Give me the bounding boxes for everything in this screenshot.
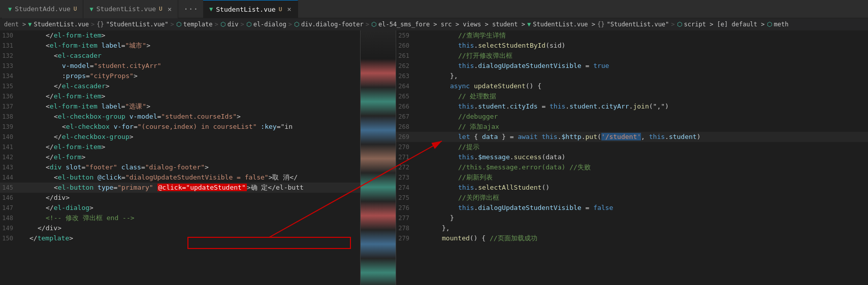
bc-sep6: >	[366, 21, 369, 28]
code-line-140: 140 </el-checkbox-group>	[0, 132, 360, 142]
code-line-149: 149 </div>	[0, 223, 360, 233]
code-line-143: 143 <div slot="footer" class="dialog-foo…	[0, 162, 360, 172]
code-line-267: 267 //debugger	[396, 112, 868, 122]
tab-student-list-2-close[interactable]: ×	[287, 5, 291, 13]
code-line-270: 270 //提示	[396, 142, 868, 152]
tab-student-list-1[interactable]: ▼ StudentList.vue U ×	[83, 0, 178, 18]
minimap[interactable]	[361, 30, 396, 285]
bc-studentlist-str: "StudentList.vue"	[106, 21, 169, 28]
bc-sep1: >	[91, 21, 94, 28]
code-line-278: 278 },	[396, 223, 868, 233]
code-line-274: 274 this.selectAllStudent()	[396, 183, 868, 193]
code-line-142: 142 </el-form>	[0, 152, 360, 162]
bc-studentlist2: StudentList.vue >	[533, 21, 595, 28]
tab-student-list-1-modified: U	[159, 6, 163, 12]
code-line-271: 271 this.$message.success(data)	[396, 152, 868, 162]
code-line-261: 261 //打开修改弹出框	[396, 51, 868, 61]
code-line-263: 263 },	[396, 71, 868, 81]
code-line-133: 133 v-model="student.cityArr"	[0, 61, 360, 71]
code-line-266: 266 this.student.cityIds = this.student.…	[396, 101, 868, 112]
code-line-268: 268 // 添加ajax	[396, 122, 868, 132]
bc-div-icon: ⬡	[220, 21, 226, 28]
tab-student-list-1-label: StudentList.vue	[97, 5, 156, 13]
left-editor-panel: 130 </el-form-item> 131 <el-form-item la…	[0, 30, 361, 285]
vue-icon-3: ▼	[209, 6, 213, 13]
bc-sep5: >	[288, 21, 292, 28]
editor-wrapper: 130 </el-form-item> 131 <el-form-item la…	[0, 30, 868, 285]
code-line-146: 146 </div>	[0, 193, 360, 203]
bc-sep7: >	[671, 21, 674, 28]
code-line-132: 132 <el-cascader	[0, 51, 360, 61]
code-line-259: 259 //查询学生详情	[396, 30, 868, 41]
bc-el54-icon: ⬡	[371, 21, 376, 28]
code-line-276: 276 this.dialogUpdateStudentVisible = fa…	[396, 203, 868, 213]
code-line-139: 139 <el-checkbox v-for="(course,index) i…	[0, 122, 360, 132]
bc-braces2: {}	[597, 21, 604, 28]
tab-student-add-modified: U	[74, 6, 77, 12]
code-line-262: 262 this.dialogUpdateStudentVisible = tr…	[396, 61, 868, 71]
code-line-134: 134 :props="cityProps">	[0, 71, 360, 81]
bc-braces: {}	[97, 21, 104, 28]
breadcrumb: dent > ▼ StudentList.vue > {} "StudentLi…	[0, 18, 868, 30]
code-line-272: 272 //this.$message.error(data) //失败	[396, 162, 868, 172]
bc-vue-icon2: ▼	[527, 21, 531, 28]
bc-sep2: >	[170, 21, 174, 28]
bc-sep3: >	[215, 21, 218, 28]
bc-template: ⬡	[176, 21, 181, 28]
right-editor-panel: 259 //查询学生详情 260 this.selectStudentById(…	[396, 30, 868, 285]
tab-student-list-2-modified: U	[279, 6, 282, 13]
code-line-265: 265 // 处理数据	[396, 91, 868, 101]
right-code-editor[interactable]: 259 //查询学生详情 260 this.selectStudentById(…	[396, 30, 868, 285]
bc-dialog-footer: div.dialog-footer	[301, 21, 364, 28]
vue-icon-2: ▼	[89, 6, 93, 13]
code-line-273: 273 //刷新列表	[396, 172, 868, 183]
bc-template-text: template	[183, 21, 213, 28]
code-line-264: 264 async updateStudent() {	[396, 81, 868, 91]
code-line-148: 148 <!-- 修改 弹出框 end -->	[0, 213, 360, 223]
bc-meth: meth	[774, 21, 789, 28]
bc-sep4: >	[240, 21, 244, 28]
code-line-141: 141 </el-form-item>	[0, 142, 360, 152]
bc-dialog-footer-icon: ⬡	[294, 21, 299, 28]
code-line-130: 130 </el-form-item>	[0, 30, 360, 41]
bc-meth-icon: ⬡	[767, 21, 772, 28]
code-line-279: 279 mounted() { //页面加载成功	[396, 233, 868, 243]
bc-studentlist-str2: "StudentList.vue"	[607, 21, 669, 28]
tab-student-list-2[interactable]: ▼ StudentList.vue U ×	[203, 0, 298, 18]
bc-script: script > [e] default >	[684, 21, 765, 28]
bc-el-dialog-icon: ⬡	[246, 21, 251, 28]
code-line-275: 275 //关闭弹出框	[396, 193, 868, 203]
code-line-260: 260 this.selectStudentById(sid)	[396, 41, 868, 51]
tab-student-add[interactable]: ▼ StudentAdd.vue U	[2, 0, 83, 18]
code-line-137: 137 <el-form-item label="选课">	[0, 101, 360, 112]
tab-student-list-1-close[interactable]: ×	[168, 5, 172, 13]
vue-icon: ▼	[8, 6, 12, 13]
left-code-editor[interactable]: 130 </el-form-item> 131 <el-form-item la…	[0, 30, 360, 285]
tab-overflow-menu[interactable]: ···	[178, 4, 203, 14]
code-line-147: 147 </el-dialog>	[0, 203, 360, 213]
code-line-277: 277 }	[396, 213, 868, 223]
code-line-131: 131 <el-form-item label="城市">	[0, 41, 360, 51]
code-line-144: 144 <el-button @click="dialogUpdateStude…	[0, 172, 360, 183]
minimap-canvas	[361, 30, 396, 285]
tab-student-list-2-label: StudentList.vue	[216, 6, 275, 13]
code-line-138: 138 <el-checkbox-group v-model="student.…	[0, 112, 360, 122]
code-line-269: 269 let { data } = await this.$http.put(…	[396, 132, 868, 142]
bc-el-dialog: el-dialog	[253, 21, 286, 28]
tab-bar: ▼ StudentAdd.vue U ▼ StudentList.vue U ×…	[0, 0, 868, 18]
code-line-150: 150 </template>	[0, 233, 360, 243]
breadcrumb-text: dent >	[4, 21, 26, 28]
code-line-135: 135 </el-cascader>	[0, 81, 360, 91]
bc-div: div	[228, 21, 239, 28]
bc-script-icon: ⬡	[677, 21, 682, 28]
bc-vue-icon: ▼	[28, 21, 31, 28]
code-line-145: 145 <el-button type="primary" @click="up…	[0, 183, 360, 193]
tab-student-add-label: StudentAdd.vue	[15, 5, 71, 13]
code-line-136: 136 </el-form-item>	[0, 91, 360, 101]
bc-studentlist: StudentList.vue	[34, 21, 89, 28]
bc-el54: el-54_sms_fore > src > views > student >	[378, 21, 525, 28]
